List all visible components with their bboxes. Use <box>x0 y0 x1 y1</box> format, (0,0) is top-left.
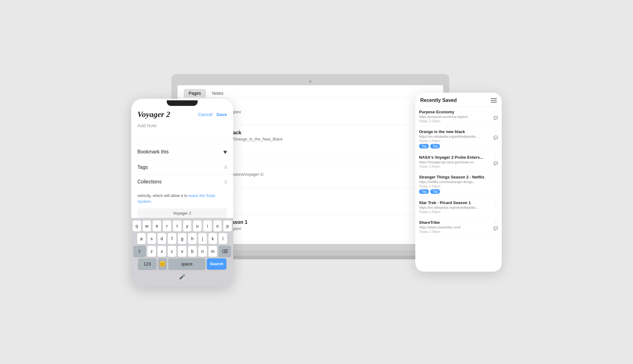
item-url: https://en.wikipedia.org/wiki/wikipedia-… <box>419 206 498 209</box>
header-actions: Cancel Save <box>198 112 227 117</box>
key-i[interactable]: i <box>203 220 212 232</box>
item-icons: ♡ <box>494 175 498 180</box>
shift-key[interactable]: ⇧ <box>133 246 146 257</box>
key-d[interactable]: d <box>157 233 166 244</box>
key-c[interactable]: c <box>168 246 176 257</box>
notch <box>167 100 198 106</box>
key-w[interactable]: w <box>143 220 151 232</box>
key-a[interactable]: a <box>137 233 146 244</box>
chat-icon: 💬 <box>493 136 498 140</box>
phone-right-header: Recently Saved <box>415 93 502 107</box>
cancel-button[interactable]: Cancel <box>198 112 212 117</box>
item-url: https://netflix.com/tv/stranger-things..… <box>419 180 498 184</box>
tab-notes[interactable]: Notes <box>207 89 228 98</box>
key-x[interactable]: x <box>157 246 166 257</box>
space-key[interactable]: space <box>168 258 205 270</box>
collections-value: 2 <box>224 179 227 184</box>
keyboard-mic-row: 🎤 <box>132 271 232 282</box>
key-p[interactable]: p <box>223 220 232 232</box>
phone-notch-area <box>131 99 233 107</box>
phone-right: Recently Saved Purpose Economy https://p… <box>415 93 502 272</box>
add-note-area[interactable]: Add Note <box>137 123 227 141</box>
key-q[interactable]: q <box>132 220 141 232</box>
heart-icon[interactable]: ♡ <box>493 220 498 225</box>
key-b[interactable]: b <box>188 246 197 257</box>
item-title: Stranger Things Season 2 - Netflix <box>419 175 498 179</box>
tag-badge[interactable]: Tag <box>419 144 429 149</box>
item-title: Orange is the new black <box>419 129 498 134</box>
num-key[interactable]: 123 <box>138 258 157 270</box>
tag-badge[interactable]: Tag <box>419 189 429 194</box>
item-icons: ♡ 💬 <box>493 220 498 231</box>
bookmark-this-label: Bookmark this <box>137 149 169 155</box>
emoji-key[interactable]: 😊 <box>158 258 167 270</box>
body-text-before: velocity, which will allow it to <box>137 193 189 198</box>
keyboard-row-4: 123 😊 space Search <box>132 258 232 270</box>
list-item: Purpose Economy https://purpose-economy.… <box>419 107 498 126</box>
key-h[interactable]: h <box>188 233 197 244</box>
heart-icon[interactable]: ♥ <box>223 149 227 156</box>
item-time: Today 1:54pm <box>419 184 498 188</box>
list-item: Star Trek - Picard Season 1 https://en.w… <box>419 197 498 217</box>
heart-icon[interactable]: ♡ <box>494 200 498 205</box>
key-z[interactable]: z <box>147 246 156 257</box>
heart-icon[interactable]: ♡ <box>493 155 498 160</box>
menu-icon[interactable] <box>491 98 497 103</box>
mic-key[interactable]: 🎤 <box>177 271 188 282</box>
heart-icon[interactable]: ♡ <box>493 129 498 134</box>
backspace-key[interactable]: ⌫ <box>219 246 231 257</box>
laptop-tabs: Pages Notes <box>178 85 443 98</box>
bookmark-this-item[interactable]: Bookmark this ♥ <box>131 144 233 160</box>
key-r[interactable]: r <box>163 220 171 232</box>
key-k[interactable]: k <box>208 233 217 244</box>
item-title: Star Trek - Picard Season 1 <box>419 200 498 205</box>
key-g[interactable]: g <box>178 233 187 244</box>
list-item: Orange is the new black https://en.wikip… <box>419 126 498 152</box>
key-l[interactable]: l <box>219 233 227 244</box>
recently-saved-title: Recently Saved <box>420 98 457 103</box>
item-url: https://en.wikipedia.org/wiki/wikipedia-… <box>419 135 498 138</box>
chat-icon: 💬 <box>493 226 498 231</box>
tags-label: Tags <box>137 165 148 170</box>
save-button[interactable]: Save <box>216 112 227 117</box>
chat-icon: 💬 <box>493 161 498 165</box>
item-icons: ♡ 💬 <box>493 110 498 120</box>
key-u[interactable]: u <box>193 220 202 232</box>
body-text-after: . <box>151 199 152 204</box>
keyboard: q w e r t y u i o p a s d f g h <box>131 218 233 287</box>
item-title: NASA's Voyager 2 Probe Enters... <box>419 155 498 160</box>
item-time: Today 1:54pm <box>419 165 498 168</box>
keyboard-row-2: a s d f g h j k l <box>132 233 232 244</box>
key-m[interactable]: m <box>208 246 217 257</box>
collections-label: Collections <box>137 179 161 185</box>
key-s[interactable]: s <box>147 233 156 244</box>
heart-icon[interactable]: ♡ <box>494 175 498 180</box>
keyboard-row-1: q w e r t y u i o p <box>132 220 232 232</box>
laptop-camera <box>309 80 312 83</box>
phone-right-list: Purpose Economy https://purpose-economy.… <box>415 107 502 272</box>
item-tags: Tag Tag <box>419 144 498 149</box>
tag-badge[interactable]: Tag <box>430 189 440 194</box>
key-y[interactable]: y <box>183 220 192 232</box>
tag-badge[interactable]: Tag <box>430 144 440 149</box>
key-f[interactable]: f <box>168 233 176 244</box>
item-url: https://voyager.jpl.nasa.gov/news-re... <box>419 160 498 164</box>
phone-left-content: Voyager 2 Cancel Save Add Note Bookmark … <box>131 107 233 287</box>
phone-left-header: Voyager 2 Cancel Save <box>131 107 233 123</box>
key-v[interactable]: v <box>178 246 187 257</box>
item-icons: ♡ <box>494 200 498 205</box>
item-time: Today 1:54pm <box>419 210 498 214</box>
item-url: https://purpose-economy.org/en/ <box>419 115 498 119</box>
tab-pages[interactable]: Pages <box>184 89 206 98</box>
app-title: Voyager 2 <box>137 110 170 119</box>
key-n[interactable]: n <box>198 246 207 257</box>
list-item: ShareTribe https://www.sharetribe.com/ T… <box>419 217 498 237</box>
key-t[interactable]: t <box>173 220 182 232</box>
heart-icon[interactable]: ♡ <box>493 110 498 115</box>
key-j[interactable]: j <box>198 233 207 244</box>
key-o[interactable]: o <box>213 220 222 232</box>
collections-item[interactable]: Collections 2 <box>131 174 233 189</box>
key-e[interactable]: e <box>153 220 161 232</box>
tags-item[interactable]: Tags 0 <box>131 160 233 174</box>
search-key[interactable]: Search <box>207 258 226 270</box>
